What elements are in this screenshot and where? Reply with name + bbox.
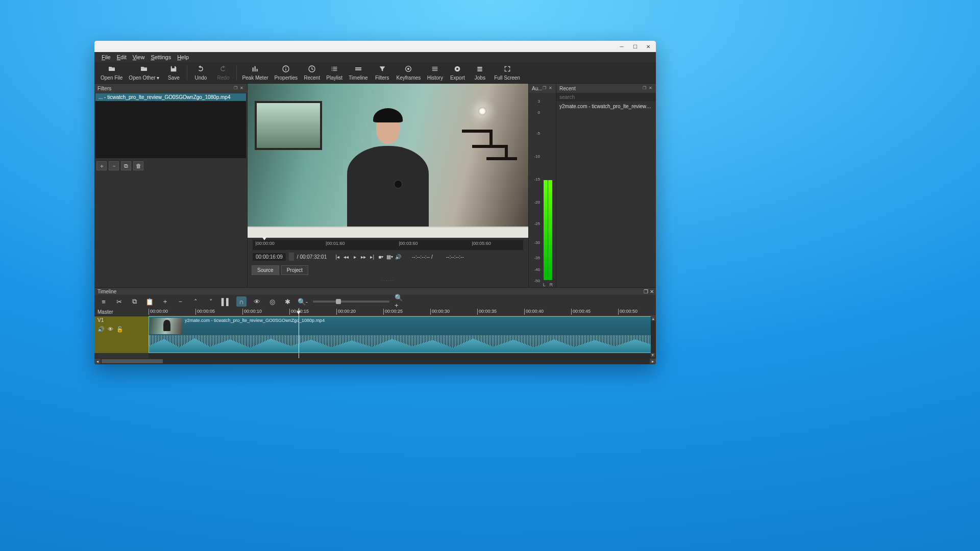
toolbtn-open-file[interactable]: Open File bbox=[97, 63, 126, 83]
current-timecode[interactable]: 00:00:16:09 bbox=[253, 253, 286, 261]
grid-button[interactable]: ▦▾ bbox=[386, 253, 393, 260]
recent-detach-icon[interactable]: ❐ bbox=[643, 86, 648, 91]
timeline-menu-button[interactable]: ≡ bbox=[99, 296, 109, 307]
snap-button[interactable]: ∩ bbox=[236, 296, 247, 307]
skip-start-button[interactable]: |◂ bbox=[334, 253, 341, 260]
undo-icon bbox=[197, 65, 205, 74]
list-icon bbox=[330, 65, 338, 74]
hscroll-thumb[interactable] bbox=[102, 359, 163, 363]
toolbtn-timeline[interactable]: Timeline bbox=[346, 63, 371, 83]
hscroll-left-icon[interactable]: ◂ bbox=[94, 359, 101, 364]
fast-forward-button[interactable]: ▸▸ bbox=[360, 253, 367, 260]
zoom-in-button[interactable]: 🔍+ bbox=[395, 296, 405, 307]
window-close-button[interactable]: ✕ bbox=[642, 42, 655, 51]
track-mute-icon[interactable]: 🔊 bbox=[97, 326, 105, 333]
zoom-out-button[interactable]: 🔍‑ bbox=[298, 296, 308, 307]
zoom-knob[interactable] bbox=[336, 299, 341, 304]
window-minimize-button[interactable]: ─ bbox=[615, 42, 628, 51]
timeline-ruler[interactable]: 00:00:0000:00:0500:00:1000:00:1500:00:20… bbox=[149, 308, 656, 316]
history-icon bbox=[431, 65, 439, 74]
audio-close-icon[interactable]: ✕ bbox=[549, 86, 554, 91]
pane-resize-handle[interactable]: ······ bbox=[248, 278, 528, 282]
toolbtn-jobs[interactable]: Jobs bbox=[469, 63, 491, 83]
jobs-icon bbox=[476, 65, 484, 74]
toolbtn-playlist[interactable]: Playlist bbox=[323, 63, 346, 83]
timecode-spinner[interactable] bbox=[289, 253, 294, 261]
scrubber-playhead-icon[interactable] bbox=[262, 237, 267, 240]
scrub-audio-button[interactable]: 👁 bbox=[252, 296, 262, 307]
filters-list[interactable] bbox=[95, 101, 246, 158]
copy-button[interactable]: ⧉ bbox=[129, 296, 139, 307]
recent-item[interactable]: y2mate.com - ticwatch_pro_lte_review_… bbox=[556, 103, 656, 110]
master-track-label[interactable]: Master bbox=[94, 308, 149, 316]
stop-button[interactable]: ■▾ bbox=[377, 253, 384, 260]
audio-detach-icon[interactable]: ❐ bbox=[543, 86, 548, 91]
toolbtn-redo[interactable]: Redo bbox=[212, 63, 234, 83]
volume-button[interactable]: 🔊 bbox=[395, 253, 402, 260]
filters-header: Filters ❐ ✕ bbox=[94, 84, 247, 93]
ripple-button[interactable]: ◎ bbox=[267, 296, 277, 307]
preview-pane: |00:00:00|00:01:60|00:03:60|00:05:60 00:… bbox=[248, 84, 528, 287]
filter-copy-button[interactable]: ⧉ bbox=[121, 161, 131, 170]
video-preview[interactable] bbox=[248, 84, 528, 238]
menu-edit[interactable]: Edit bbox=[117, 54, 127, 60]
toolbtn-undo[interactable]: Undo bbox=[189, 63, 212, 83]
timeline-clip[interactable]: y2mate.com - ticwatch_pro_lte_review_GO0… bbox=[149, 316, 656, 353]
menu-file[interactable]: File bbox=[102, 54, 111, 60]
zoom-slider[interactable] bbox=[313, 300, 389, 303]
tracks-area[interactable]: 00:00:0000:00:0500:00:1000:00:1500:00:20… bbox=[149, 308, 656, 358]
toolbtn-keyframes[interactable]: Keyframes bbox=[394, 63, 424, 83]
track-lock-icon[interactable]: 🔓 bbox=[116, 326, 124, 333]
preview-scrubber[interactable]: |00:00:00|00:01:60|00:03:60|00:05:60 bbox=[253, 240, 523, 250]
toolbtn-properties[interactable]: Properties bbox=[272, 63, 301, 83]
split-button[interactable]: ▌▌ bbox=[221, 296, 231, 307]
window-maximize-button[interactable]: ☐ bbox=[628, 42, 642, 51]
filters-source-file[interactable]: ... - ticwatch_pro_lte_review_GO0SGOwnZg… bbox=[95, 93, 246, 101]
cut-button[interactable]: ✂ bbox=[114, 296, 124, 307]
menu-settings[interactable]: Settings bbox=[151, 54, 171, 60]
filter-delete-button[interactable]: 🗑 bbox=[133, 161, 143, 170]
toolbtn-history[interactable]: History bbox=[424, 63, 446, 83]
filter-add-button[interactable]: ＋ bbox=[96, 161, 107, 170]
track-hide-icon[interactable]: 👁 bbox=[108, 326, 113, 333]
timeline-vscroll[interactable]: ▴ ▾ bbox=[651, 316, 656, 358]
hscroll-right-icon[interactable]: ▸ bbox=[650, 359, 656, 364]
toolbtn-filters[interactable]: Filters bbox=[371, 63, 394, 83]
menu-view[interactable]: View bbox=[133, 54, 145, 60]
toolbtn-full-screen[interactable]: Full Screen bbox=[491, 63, 523, 83]
meter-tick: -40 bbox=[534, 267, 540, 272]
tab-source[interactable]: Source bbox=[252, 265, 279, 275]
filters-close-icon[interactable]: ✕ bbox=[240, 86, 245, 91]
ripple-all-button[interactable]: ✱ bbox=[282, 296, 292, 307]
timeline-close-icon[interactable]: ✕ bbox=[650, 289, 654, 294]
skip-end-button[interactable]: ▸| bbox=[369, 253, 376, 260]
track-v1[interactable]: V1 🔊 👁 🔓 bbox=[94, 316, 149, 353]
timeline-playhead[interactable] bbox=[299, 308, 299, 358]
recent-close-icon[interactable]: ✕ bbox=[649, 86, 654, 91]
play-button[interactable]: ▸ bbox=[351, 253, 358, 260]
paste-button[interactable]: 📋 bbox=[144, 296, 155, 307]
menu-help[interactable]: Help bbox=[177, 54, 189, 60]
toolbtn-open-other[interactable]: Open Other ▾ bbox=[126, 63, 162, 83]
remove-button[interactable]: － bbox=[175, 296, 185, 307]
preview-subject bbox=[345, 95, 431, 228]
toolbtn-peak-meter[interactable]: Peak Meter bbox=[239, 63, 271, 83]
filters-detach-icon[interactable]: ❐ bbox=[234, 86, 239, 91]
toolbtn-save[interactable]: Save bbox=[162, 63, 185, 83]
vscroll-down-icon[interactable]: ▾ bbox=[651, 353, 655, 357]
overwrite-button[interactable]: ˅ bbox=[206, 296, 216, 307]
filter-remove-button[interactable]: － bbox=[109, 161, 119, 170]
lift-button[interactable]: ˄ bbox=[190, 296, 201, 307]
append-button[interactable]: ＋ bbox=[160, 296, 170, 307]
tab-project[interactable]: Project bbox=[281, 265, 308, 275]
vscroll-up-icon[interactable]: ▴ bbox=[651, 317, 655, 321]
toolbtn-export[interactable]: Export bbox=[446, 63, 469, 83]
meter-tick: -5 bbox=[536, 131, 540, 136]
timeline-hscroll[interactable]: ◂ ▸ bbox=[94, 358, 656, 364]
scrub-tick: |00:03:60 bbox=[399, 241, 418, 246]
rewind-button[interactable]: ◂◂ bbox=[342, 253, 350, 260]
timeline-detach-icon[interactable]: ❐ bbox=[644, 289, 648, 294]
toolbtn-recent[interactable]: Recent bbox=[301, 63, 323, 83]
recent-search-input[interactable] bbox=[556, 93, 656, 102]
meter-tick: -10 bbox=[534, 154, 540, 159]
